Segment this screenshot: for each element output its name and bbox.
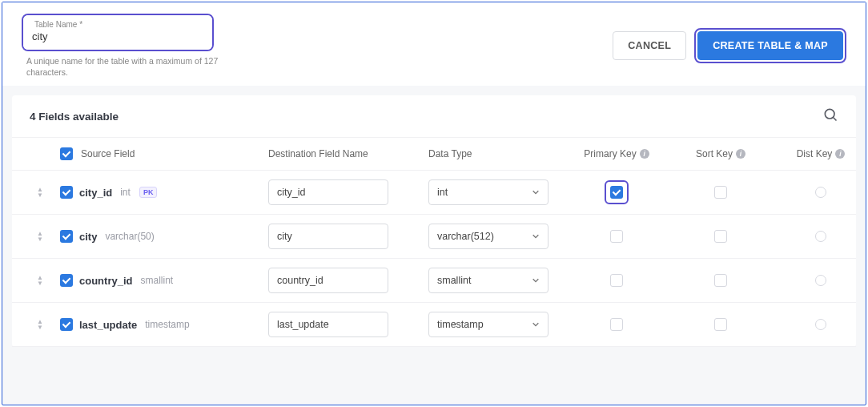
source-field-cell: country_idsmallint	[60, 274, 268, 287]
chevron-down-icon	[532, 232, 540, 240]
svg-point-0	[825, 110, 834, 119]
table-row: ▲▼cityvarchar(50)varchar(512)	[12, 215, 856, 259]
source-field-type: varchar(50)	[105, 231, 154, 242]
create-table-panel: Table Name * A unique name for the table…	[2, 2, 866, 405]
dist-key-radio[interactable]	[815, 231, 826, 242]
search-icon[interactable]	[822, 107, 838, 126]
primary-key-checkbox[interactable]	[610, 186, 623, 199]
row-checkbox[interactable]	[60, 186, 73, 199]
chevron-down-icon	[532, 276, 540, 284]
fields-table: Source Field Destination Field Name Data…	[12, 138, 856, 347]
dist-key-radio[interactable]	[815, 275, 826, 286]
table-row: ▲▼city_idintPKint	[12, 171, 856, 215]
row-checkbox[interactable]	[60, 274, 73, 287]
source-field-type: timestamp	[145, 319, 189, 330]
col-dest: Destination Field Name	[268, 148, 428, 159]
table-name-label: Table Name *	[34, 20, 82, 29]
source-field-name: city	[79, 231, 97, 243]
table-row: ▲▼country_idsmallintsmallint	[12, 259, 856, 303]
fields-panel: 4 Fields available Source Field Destinat…	[12, 95, 856, 347]
col-datatype: Data Type	[428, 148, 565, 159]
info-icon[interactable]: i	[736, 149, 745, 159]
source-field-name: last_update	[79, 319, 137, 331]
col-source: Source Field	[60, 147, 268, 160]
row-checkbox[interactable]	[60, 230, 73, 243]
drag-handle[interactable]: ▲▼	[20, 275, 60, 286]
col-pk: Primary Key i	[565, 148, 669, 159]
info-icon[interactable]: i	[640, 149, 649, 159]
table-name-input-wrapper: Table Name *	[22, 14, 214, 51]
primary-key-checkbox[interactable]	[610, 318, 623, 331]
drag-handle[interactable]: ▲▼	[20, 319, 60, 330]
datatype-value: varchar(512)	[437, 231, 494, 242]
drag-handle[interactable]: ▲▼	[20, 231, 60, 242]
select-all-checkbox[interactable]	[60, 147, 73, 160]
sort-key-checkbox[interactable]	[714, 318, 727, 331]
drag-handle[interactable]: ▲▼	[20, 187, 60, 198]
pk-badge: PK	[139, 187, 158, 198]
destination-field-input[interactable]	[268, 312, 388, 337]
chevron-down-icon	[532, 188, 540, 196]
submit-highlight: CREATE TABLE & MAP	[694, 28, 846, 63]
sort-key-checkbox[interactable]	[714, 274, 727, 287]
action-buttons: CANCEL CREATE TABLE & MAP	[613, 28, 846, 63]
datatype-select[interactable]: smallint	[428, 268, 549, 293]
datatype-select[interactable]: int	[428, 179, 549, 205]
source-field-type: smallint	[140, 275, 173, 286]
table-header-row: Source Field Destination Field Name Data…	[12, 138, 856, 171]
chevron-down-icon	[532, 320, 540, 328]
dist-key-radio[interactable]	[815, 319, 826, 330]
table-name-helper: A unique name for the table with a maxim…	[26, 56, 219, 78]
source-field-cell: city_idintPK	[60, 186, 268, 199]
sort-key-checkbox[interactable]	[714, 230, 727, 243]
source-field-cell: cityvarchar(50)	[60, 230, 268, 243]
col-distkey: Dist Key i	[773, 148, 868, 159]
sort-key-checkbox[interactable]	[714, 186, 727, 199]
svg-line-1	[834, 118, 837, 121]
datatype-select[interactable]: timestamp	[428, 312, 549, 337]
destination-field-input[interactable]	[268, 224, 388, 249]
col-sortkey: Sort Key i	[669, 148, 773, 159]
fields-count: 4 Fields available	[30, 111, 119, 123]
source-field-name: country_id	[79, 275, 132, 287]
datatype-value: int	[437, 187, 448, 198]
datatype-value: timestamp	[437, 319, 484, 330]
source-field-name: city_id	[79, 187, 112, 199]
row-checkbox[interactable]	[60, 318, 73, 331]
info-icon[interactable]: i	[835, 149, 845, 159]
table-name-group: Table Name * A unique name for the table…	[22, 14, 219, 78]
primary-key-highlight	[605, 180, 629, 204]
datatype-value: smallint	[437, 275, 471, 286]
dist-key-radio[interactable]	[815, 187, 826, 198]
destination-field-input[interactable]	[268, 268, 388, 293]
destination-field-input[interactable]	[268, 179, 388, 205]
primary-key-checkbox[interactable]	[610, 274, 623, 287]
source-field-cell: last_updatetimestamp	[60, 318, 268, 331]
table-row: ▲▼last_updatetimestamptimestamp	[12, 303, 856, 347]
datatype-select[interactable]: varchar(512)	[428, 224, 549, 249]
top-bar: Table Name * A unique name for the table…	[2, 2, 866, 86]
source-field-type: int	[120, 187, 131, 198]
create-table-map-button[interactable]: CREATE TABLE & MAP	[697, 31, 843, 60]
fields-header: 4 Fields available	[12, 95, 856, 138]
primary-key-checkbox[interactable]	[610, 230, 623, 243]
cancel-button[interactable]: CANCEL	[613, 31, 686, 60]
